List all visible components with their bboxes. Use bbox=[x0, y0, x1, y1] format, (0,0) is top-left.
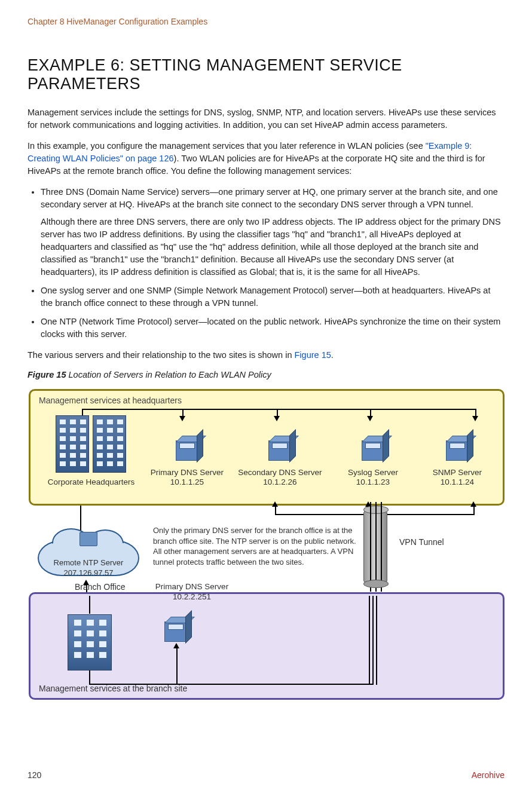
server-icon bbox=[264, 434, 296, 463]
page-footer: 120 Aerohive bbox=[27, 770, 505, 780]
secondary-dns-name: Secondary DNS Server bbox=[238, 468, 322, 477]
intro-paragraph-1: Management services include the settings… bbox=[27, 106, 505, 131]
figure-number: Figure 15 bbox=[27, 370, 66, 379]
hq-label: Management services at headquarters bbox=[39, 396, 182, 405]
ntp-ip: 207.126.97.57 bbox=[63, 568, 113, 577]
hq-box: Management services at headquarters Corp… bbox=[29, 389, 505, 506]
chapter-header: Chapter 8 HiveManager Configuration Exam… bbox=[27, 17, 505, 26]
syslog-name: Syslog Server bbox=[348, 468, 398, 477]
branch-footer-label: Management services at the branch site bbox=[39, 684, 187, 693]
list-item: One NTP (Network Time Protocol) server—l… bbox=[41, 316, 505, 341]
snmp-ip: 10.1.1.24 bbox=[433, 477, 482, 488]
closing-text-b: . bbox=[331, 350, 334, 360]
syslog-ip: 10.1.1.23 bbox=[348, 477, 398, 488]
syslog-server: Syslog Server 10.1.1.23 bbox=[329, 434, 417, 488]
vpn-tunnel-label: VPN Tunnel bbox=[399, 537, 444, 547]
building-icon bbox=[93, 415, 126, 473]
vpn-tunnel-icon bbox=[363, 509, 387, 585]
building-icon bbox=[68, 614, 112, 670]
bullet-1-main: Three DNS (Domain Name Service) servers—… bbox=[41, 187, 498, 209]
branch-office-label: Branch Office bbox=[75, 582, 126, 592]
building-icon bbox=[56, 415, 89, 473]
brand-name: Aerohive bbox=[472, 770, 505, 780]
ntp-cloud: Remote NTP Server 207.126.97.57 bbox=[38, 529, 139, 583]
server-icon bbox=[441, 434, 473, 463]
figure-link[interactable]: Figure 15 bbox=[295, 350, 331, 360]
page-number: 120 bbox=[27, 770, 41, 780]
snmp-name: SNMP Server bbox=[433, 468, 482, 477]
primary-dns-name: Primary DNS Server bbox=[151, 468, 224, 477]
server-icon bbox=[171, 434, 203, 463]
closing-text-a: The various servers and their relationsh… bbox=[27, 350, 295, 360]
closing-paragraph: The various servers and their relationsh… bbox=[27, 349, 505, 362]
primary-dns-server: Primary DNS Server 10.1.1.25 bbox=[143, 434, 231, 488]
page-title: EXAMPLE 6: SETTING MANAGEMENT SERVICE PA… bbox=[27, 56, 505, 93]
ntp-name: Remote NTP Server bbox=[54, 558, 124, 567]
secondary-dns-ip: 10.1.2.26 bbox=[238, 477, 322, 488]
corporate-hq-label: Corporate Headquarters bbox=[48, 477, 135, 488]
figure-description: Location of Servers in Relation to Each … bbox=[66, 370, 271, 379]
list-item: One syslog server and one SNMP (Simple N… bbox=[41, 284, 505, 310]
intro-text-a: In this example, you configure the manag… bbox=[27, 141, 426, 151]
list-item: Three DNS (Domain Name Service) servers—… bbox=[41, 186, 505, 278]
primary-dns-ip: 10.1.1.25 bbox=[151, 477, 224, 488]
server-icon bbox=[160, 616, 192, 644]
branch-primary-dns-name: Primary DNS Server bbox=[155, 582, 228, 591]
figure-caption: Figure 15 Location of Servers in Relatio… bbox=[27, 370, 505, 379]
server-icon bbox=[357, 434, 389, 463]
intro-paragraph-2: In this example, you configure the manag… bbox=[27, 140, 505, 177]
server-icon bbox=[80, 532, 97, 546]
branch-box: Branch Office Primary DNS Server 10.2.2.… bbox=[29, 592, 505, 700]
branch-primary-dns-ip: 10.2.2.251 bbox=[173, 592, 211, 601]
snmp-server: SNMP Server 10.1.1.24 bbox=[417, 434, 498, 488]
diagram-note: Only the primary DNS server for the bran… bbox=[153, 525, 356, 567]
secondary-dns-server: Secondary DNS Server 10.1.2.26 bbox=[231, 434, 329, 488]
bullet-list: Three DNS (Domain Name Service) servers—… bbox=[41, 186, 505, 341]
network-diagram: Management services at headquarters Corp… bbox=[29, 389, 505, 700]
bullet-1-sub: Although there are three DNS servers, th… bbox=[41, 216, 505, 278]
corporate-hq-icon: Corporate Headquarters bbox=[39, 415, 143, 488]
